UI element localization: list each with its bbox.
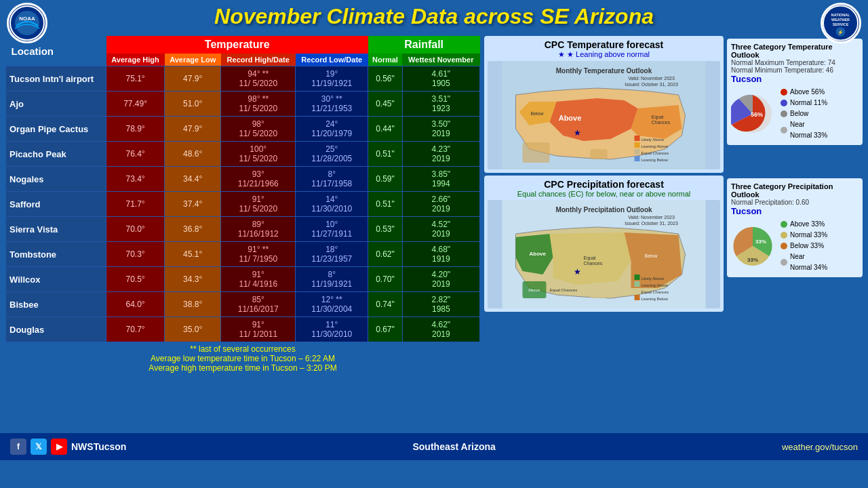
- footer-bar: f 𝕏 ▶ NWSTucson Southeast Arizona weathe…: [0, 433, 868, 460]
- svg-text:SERVICE: SERVICE: [833, 22, 849, 26]
- svg-text:Monthly Precipitation Outlook: Monthly Precipitation Outlook: [555, 206, 652, 214]
- svg-text:Valid: November 2023: Valid: November 2023: [628, 215, 675, 220]
- facebook-icon[interactable]: f: [10, 439, 26, 455]
- youtube-icon[interactable]: ▶: [51, 439, 67, 455]
- svg-text:Issued: October 31, 2023: Issued: October 31, 2023: [625, 82, 678, 87]
- page-header: NOAA November Climate Data across SE Ari…: [0, 0, 868, 33]
- svg-text:Likely Above: Likely Above: [642, 138, 665, 142]
- svg-text:★: ★: [574, 128, 581, 138]
- svg-text:Above: Above: [559, 114, 582, 122]
- svg-text:Monthly Temperature Outlook: Monthly Temperature Outlook: [556, 67, 652, 75]
- svg-rect-45: [635, 281, 640, 287]
- svg-rect-24: [635, 149, 640, 155]
- precip-forecast-content: CPC Precipitation forecast Equal chances…: [484, 176, 724, 312]
- footer-nws-label: NWSTucson: [71, 441, 126, 452]
- precip-legend: Above 33% Normal 33% Below 33%: [781, 219, 827, 273]
- svg-text:WEATHER: WEATHER: [831, 18, 850, 22]
- svg-text:Equal: Equal: [652, 115, 664, 120]
- col-rainfall-header: Rainfall: [368, 36, 480, 54]
- svg-rect-26: [635, 156, 640, 161]
- footnote: ** last of several occurrences Average l…: [5, 342, 480, 375]
- climate-table: Location Temperature Rainfall Average Hi…: [5, 36, 480, 342]
- twitter-icon[interactable]: 𝕏: [31, 439, 47, 455]
- precip-forecast-box: CPC Precipitation forecast Equal chances…: [484, 176, 724, 312]
- nws-logo: NATIONAL WEATHER SERVICE ⚡: [821, 3, 861, 43]
- tucson-temp-min: Normal Minimum Temperature: 46: [731, 66, 859, 74]
- svg-point-1: [15, 11, 39, 35]
- tucson-precip-pie-row: 33% 33% Above 33% Normal 33%: [731, 219, 859, 273]
- svg-text:Equal Chances: Equal Chances: [642, 290, 669, 294]
- svg-text:33%: 33%: [755, 239, 766, 245]
- tucson-temp-box: Three Category Temperature Outlook Norma…: [727, 39, 863, 145]
- tucson-temp-title: Three Category Temperature Outlook: [731, 43, 859, 59]
- footer-center-label: Southeast Arizona: [412, 441, 495, 452]
- svg-text:56%: 56%: [751, 111, 763, 118]
- temp-forecast-title: CPC Temperature forecast: [488, 39, 720, 50]
- avg-high-note: Average high temperature time in Tucson …: [7, 363, 478, 373]
- table-row: Bisbee64.0°38.8°85° 11/16/201712° ** 11/…: [6, 292, 480, 317]
- svg-text:Equal Chances: Equal Chances: [550, 288, 578, 292]
- right-panel: CPC Temperature forecast ★ ★ Leaning abo…: [484, 36, 863, 430]
- svg-text:Below: Below: [645, 253, 658, 258]
- star-icon: ★: [558, 50, 565, 58]
- col-avg-high-header: Average High: [106, 54, 165, 66]
- tucson-precip-normal: Normal Precipitation: 0.60: [731, 199, 859, 206]
- precip-forecast-map: Monthly Precipitation Outlook Valid: Nov…: [488, 200, 720, 308]
- temp-forecast-row: CPC Temperature forecast ★ ★ Leaning abo…: [484, 36, 863, 173]
- tucson-precip-box: Three Category Precipitation Outlook Nor…: [727, 178, 863, 277]
- tucson-precip-title: Three Category Precipitation Outlook: [731, 182, 859, 199]
- table-row: Tombstone70.3°45.1°91° ** 11/ 7/195018° …: [6, 242, 480, 267]
- footer-url: weather.gov/tucson: [782, 442, 858, 452]
- temp-forecast-map: Monthly Temperature Outlook Valid: Novem…: [488, 61, 720, 169]
- table-row: Picacho Peak76.4°48.6°100° 11/ 5/202025°…: [6, 142, 480, 167]
- svg-text:33%: 33%: [747, 257, 758, 263]
- svg-rect-43: [635, 274, 640, 280]
- svg-text:NATIONAL: NATIONAL: [831, 13, 850, 17]
- svg-text:Above: Above: [530, 251, 547, 257]
- main-content: Location Temperature Rainfall Average Hi…: [0, 33, 868, 433]
- svg-text:Equal: Equal: [584, 256, 596, 261]
- svg-rect-47: [635, 288, 640, 293]
- table-row: Douglas70.7°35.0°91° 11/ 1/201111° 11/30…: [6, 317, 480, 342]
- svg-rect-14: [591, 149, 608, 159]
- page-title: November Climate Data across SE Arizona: [214, 4, 654, 29]
- svg-rect-13: [523, 142, 550, 163]
- col-normal-header: Normal: [368, 54, 402, 66]
- noaa-logo: NOAA: [7, 3, 47, 43]
- tucson-precip-info: Three Category Precipitation Outlook Nor…: [727, 176, 863, 312]
- svg-text:Above: Above: [528, 288, 540, 292]
- tucson-temp-city: Tucson: [731, 74, 859, 84]
- svg-text:NOAA: NOAA: [19, 16, 35, 22]
- svg-text:Leaning Above: Leaning Above: [642, 144, 669, 148]
- tucson-temp-max: Normal Maximum Temperature: 74: [731, 59, 859, 66]
- svg-text:Below: Below: [531, 111, 545, 116]
- svg-text:⚡: ⚡: [837, 28, 844, 35]
- tucson-precip-city: Tucson: [731, 206, 859, 216]
- precip-forecast-subtitle: Equal chances (EC) for below, near or ab…: [488, 190, 720, 198]
- svg-text:Issued: October 31, 2023: Issued: October 31, 2023: [625, 221, 678, 226]
- svg-rect-49: [635, 295, 640, 300]
- svg-text:Leaning Below: Leaning Below: [642, 297, 669, 301]
- col-wettest-header: Wettest November: [402, 54, 479, 66]
- col-record-low-header: Record Low/Date: [296, 54, 368, 66]
- table-row: Safford71.7°37.4°91° 11/ 5/202014° 11/30…: [6, 192, 480, 217]
- tucson-temp-pie-row: 56% Above 56% Normal 11%: [731, 87, 859, 141]
- precip-pie-chart: 33% 33%: [731, 224, 775, 268]
- asterisk-note: ** last of several occurrences: [7, 344, 478, 354]
- svg-text:Leaning Below: Leaning Below: [642, 158, 669, 162]
- svg-rect-20: [635, 136, 640, 141]
- temp-forecast-subtitle: ★ ★ Leaning above normal: [488, 50, 720, 59]
- col-temperature-header: Temperature: [106, 36, 368, 54]
- table-row: Willcox70.5°34.3°91° 11/ 4/19168° 11/19/…: [6, 267, 480, 292]
- social-links: f 𝕏 ▶ NWSTucson: [10, 439, 126, 455]
- table-row: Sierra Vista70.0°36.8°89° 11/16/191210° …: [6, 217, 480, 242]
- temp-legend: Above 56% Normal 11% Below: [781, 87, 827, 141]
- svg-text:Equal Chances: Equal Chances: [642, 151, 669, 155]
- svg-text:★: ★: [574, 267, 581, 277]
- precip-forecast-row: CPC Precipitation forecast Equal chances…: [484, 176, 863, 312]
- avg-low-note: Average low temperature time in Tucson –…: [7, 354, 478, 363]
- svg-text:Valid: November 2023: Valid: November 2023: [628, 76, 675, 81]
- svg-text:Likely Above: Likely Above: [642, 277, 665, 281]
- svg-rect-22: [635, 142, 640, 148]
- svg-text:Chances: Chances: [652, 120, 671, 125]
